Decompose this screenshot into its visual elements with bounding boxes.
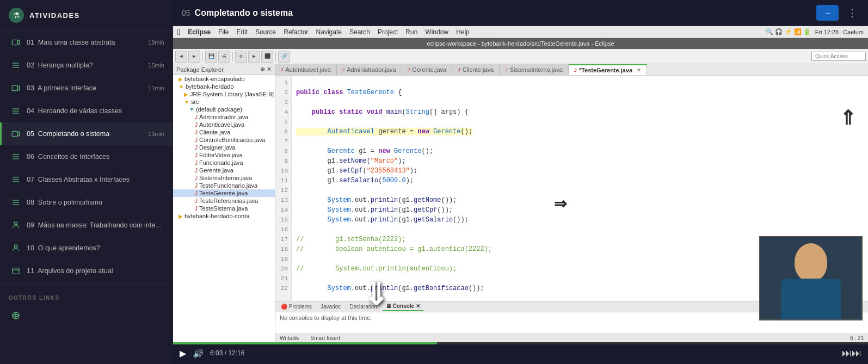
sidebar-item-7[interactable]: 07 Classes Abstratas x Interfaces — [0, 168, 173, 191]
item-duration-5: 13min — [148, 131, 164, 137]
editor-tabs: J Autenticavel.java J Administrador.java… — [275, 64, 868, 76]
menu-refactor[interactable]: Refactor — [284, 28, 308, 36]
tree-item-ctrl[interactable]: J ControleBonificacao.java — [173, 136, 275, 144]
tree-item-aut[interactable]: J Autenticavel.java — [173, 121, 275, 128]
sidebar-item-6[interactable]: 06 Conceitos de Interfaces — [0, 145, 173, 168]
lesson-number: 05 — [182, 9, 190, 17]
tree-item-jre[interactable]: ▶ JRE System Library [JavaSE-9] — [173, 90, 275, 98]
menubar-right: 🔍 🎧 ⚡ 📶 🔋 Fri 12:28 Caelum — [766, 28, 864, 35]
progress-bar-container[interactable] — [173, 342, 868, 344]
tree-item-bytebank-conta[interactable]: ▶ bytebank-herdado-conta — [173, 212, 275, 220]
menu-help[interactable]: Help — [456, 28, 470, 36]
tree-item-tests[interactable]: J TesteSistema.java — [173, 205, 275, 212]
sidebar-outros-icon[interactable] — [0, 304, 173, 327]
tab-administrador[interactable]: J Administrador.java — [337, 64, 402, 75]
menu-eclipse[interactable]: Eclipse — [188, 28, 211, 36]
tree-item-testr[interactable]: J TesteReferencias.java — [173, 197, 275, 205]
tree-item-testf[interactable]: J TesteFuncionario.java — [173, 182, 275, 189]
tree-item-src[interactable]: ▼ src — [173, 98, 275, 106]
tree-item-default-pkg[interactable]: ▼ (default package) — [173, 106, 275, 113]
tree-label: src — [191, 98, 199, 105]
item-text-3: 03 A primeira interface — [27, 84, 143, 92]
sidebar-item-2[interactable]: 02 Herança multipla? 15min — [0, 54, 173, 77]
quick-access-input[interactable] — [811, 52, 866, 61]
tab-label: Gerente.java — [412, 66, 446, 73]
menu-project[interactable]: Project — [378, 28, 398, 36]
play-button[interactable]: ▶ — [180, 348, 186, 359]
tab-autenticavel[interactable]: J Autenticavel.java — [275, 64, 337, 75]
tab-gerente[interactable]: J Gerente.java — [402, 64, 452, 75]
tree-item-ger[interactable]: J Gerente.java — [173, 166, 275, 174]
sidebar-item-8[interactable]: 08 Sobre o polimorfismo — [0, 191, 173, 214]
pkg-icon: ▼ — [189, 107, 194, 112]
folder-icon: ▶ — [178, 213, 183, 219]
menu-run[interactable]: Run — [405, 28, 417, 36]
tab-testegerente[interactable]: J *TesteGerente.java ✕ — [569, 64, 647, 75]
toolbar-btn-2[interactable]: ▶ — [188, 51, 200, 63]
tree-item-edv[interactable]: J EditorVideo.java — [173, 151, 275, 159]
video-area:  Eclipse File Edit Source Refactor Navi… — [173, 26, 868, 342]
menu-navigate[interactable]: Navigate — [316, 28, 342, 36]
item-text-9: 09 Mãos na massa: Trabalhando com inte..… — [27, 221, 164, 229]
tree-item-bytebank-enc[interactable]: ▶ bytebank-encapsulado — [173, 75, 275, 83]
sidebar-item-10[interactable]: 10 O que aprendemos? — [0, 237, 173, 260]
skip-button[interactable]: ⏭⏭ — [842, 348, 861, 359]
toolbar-btn-6[interactable]: ▶ — [248, 51, 260, 63]
file-icon: J — [195, 129, 198, 135]
tree-item-fun[interactable]: J Funcionario.java — [173, 159, 275, 166]
tree-item-bytebank-herd[interactable]: ▼ bytebank-herdado — [173, 83, 275, 90]
more-button[interactable]: ⋮ — [845, 5, 859, 21]
current-time: 6:03 — [210, 349, 223, 357]
sidebar-item-1[interactable]: 01 Mais uma classe abstrata 19min — [0, 31, 173, 54]
next-button[interactable]: → — [816, 5, 839, 21]
volume-button[interactable]: 🔊 — [193, 348, 204, 359]
toolbar-btn-1[interactable]: ◀ — [175, 51, 187, 63]
svg-rect-0 — [12, 40, 17, 45]
divider — [0, 285, 173, 285]
toolbar-btn-3[interactable]: 💾 — [205, 51, 217, 63]
tab-close-icon[interactable]: ✕ — [637, 67, 641, 73]
sidebar-item-11[interactable]: 11 Arquivos do projeto atual — [0, 260, 173, 282]
sidebar-item-5[interactable]: 05 Completando o sistema 13min ⬅ — [0, 122, 173, 145]
tree-item-sis[interactable]: J SistemaInterno.java — [173, 174, 275, 182]
tab-cliente[interactable]: J Cliente.java — [452, 64, 500, 75]
menu-window[interactable]: Window — [425, 28, 448, 36]
mac-menubar:  Eclipse File Edit Source Refactor Navi… — [173, 26, 868, 38]
toolbar-btn-7[interactable]: ⬛ — [261, 51, 273, 63]
tree-label: bytebank-herdado-conta — [184, 213, 249, 219]
toolbar-btn-5[interactable]: ⚙ — [235, 51, 247, 63]
volume-icon: 🔊 — [193, 348, 204, 359]
svg-rect-23 — [13, 268, 19, 274]
tree-label: Gerente.java — [199, 167, 233, 174]
tree-item-cli[interactable]: J Cliente.java — [173, 128, 275, 136]
explorer-title: Package Explorer — [176, 66, 224, 73]
menu-file[interactable]: File — [218, 28, 229, 36]
tab-declaration[interactable]: Declaration — [346, 303, 380, 311]
tree-item-testg[interactable]: J TesteGerente.java — [173, 189, 275, 197]
tab-icon: J — [408, 67, 410, 72]
menu-source[interactable]: Source — [255, 28, 276, 36]
sidebar-item-3[interactable]: 03 A primeira interface 11min — [0, 77, 173, 100]
total-time: 12:16 — [228, 349, 244, 357]
tab-sistemainterno[interactable]: J SistemaInterno.java — [500, 64, 569, 75]
sidebar-item-9[interactable]: 09 Mãos na massa: Trabalhando com inte..… — [0, 214, 173, 237]
svg-point-22 — [14, 245, 17, 248]
svg-rect-10 — [12, 131, 17, 136]
main-content: 05 Completando o sistema → ⋮  Eclipse F… — [173, 0, 868, 364]
item-text-5: 05 Completando o sistema — [27, 130, 143, 138]
tree-item-des[interactable]: J Designer.java — [173, 144, 275, 151]
tree-label: TesteSistema.java — [199, 205, 248, 212]
sidebar-item-4[interactable]: 04 Herdando de várias classes — [0, 100, 173, 122]
tab-javadoc[interactable]: Javadoc — [317, 303, 344, 311]
menu-search[interactable]: Search — [349, 28, 370, 36]
toolbar-btn-4[interactable]: 🖨 — [218, 51, 230, 63]
tab-console[interactable]: 🖥 Console ✕ — [383, 302, 423, 311]
tree-item-adm[interactable]: J Administrador.java — [173, 113, 275, 121]
tab-problems[interactable]: 🔴 Problems — [278, 303, 315, 311]
menu-edit[interactable]: Edit — [237, 28, 248, 36]
tree-label: TesteFuncionario.java — [199, 182, 257, 189]
item-duration-2: 15min — [148, 62, 164, 69]
toolbar-btn-8[interactable]: 🔗 — [278, 51, 290, 63]
tab-icon: J — [505, 67, 508, 72]
item-text-2: 02 Herança multipla? — [27, 61, 143, 69]
